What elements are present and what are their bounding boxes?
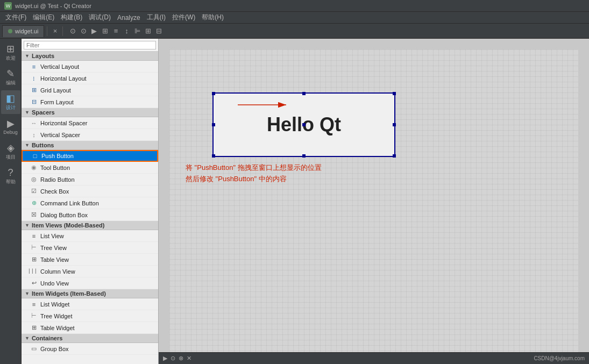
- menu-edit[interactable]: 编辑(E): [30, 13, 58, 22]
- item-views-arrow: ▼: [25, 223, 30, 228]
- sidebar-item-help[interactable]: ? 帮助: [1, 165, 20, 188]
- annotation-text: 将 "PushButton" 拖拽至窗口上想显示的位置 然后修改 "PushBu…: [186, 162, 322, 185]
- project-icon: ◈: [7, 143, 15, 153]
- menu-debug[interactable]: 调试(D): [86, 13, 114, 22]
- debug-icon: ▶: [7, 119, 15, 129]
- item-vertical-layout[interactable]: ≡ Vertical Layout: [22, 61, 158, 73]
- category-item-widgets[interactable]: ▼ Item Widgets (Item-Based): [22, 289, 158, 298]
- help-label: 帮助: [6, 179, 16, 185]
- sidebar-item-design[interactable]: ◧ 设计: [1, 90, 20, 114]
- toolbar-icon-6[interactable]: ↕: [122, 26, 131, 36]
- filter-input[interactable]: [24, 41, 156, 49]
- horizontal-layout-label: Horizontal Layout: [40, 75, 87, 82]
- widget-panel: ▼ Layouts ≡ Vertical Layout ⫶ Horizontal…: [22, 39, 159, 364]
- toolbar-icon-8[interactable]: ⊞: [143, 26, 153, 36]
- item-form-layout[interactable]: ⊟ Form Layout: [22, 96, 158, 108]
- item-tree-widget[interactable]: ⊢ Tree Widget: [22, 310, 158, 322]
- menu-build[interactable]: 构建(B): [58, 13, 86, 22]
- status-bar: ▶ ⊙ ⊗ ✕ CSDN@4jvjaum.com: [159, 352, 589, 364]
- menu-analyze[interactable]: Analyze: [114, 14, 144, 22]
- item-group-box[interactable]: ▭ Group Box: [22, 343, 158, 355]
- file-tab[interactable]: widget.ui: [2, 25, 44, 37]
- hello-text: Hello Qt: [267, 113, 341, 136]
- handle-tr: [393, 92, 396, 95]
- app-icon: W: [4, 2, 12, 10]
- sidebar-item-welcome[interactable]: ⊞ 欢迎: [1, 41, 20, 65]
- undo-view-icon: ↩: [30, 280, 38, 287]
- menu-controls[interactable]: 控件(W): [169, 13, 198, 22]
- item-list-view[interactable]: ≡ List View: [22, 230, 158, 242]
- item-list-widget[interactable]: ≡ List Widget: [22, 298, 158, 310]
- item-undo-view[interactable]: ↩ Undo View: [22, 277, 158, 289]
- form-layout-label: Form Layout: [40, 99, 74, 105]
- toolbar-icon-3[interactable]: ▶: [89, 26, 99, 36]
- toolbar-icon-5[interactable]: ≡: [111, 26, 120, 36]
- handle-tm: [302, 92, 306, 95]
- menu-file[interactable]: 文件(F): [2, 13, 30, 22]
- grid-layout-label: Grid Layout: [40, 87, 71, 94]
- tab-dot: [8, 29, 12, 33]
- sidebar-item-project[interactable]: ◈ 项目: [1, 140, 20, 163]
- menu-help[interactable]: 帮助(H): [198, 13, 227, 22]
- design-icon: ◧: [6, 94, 15, 103]
- toolbar: widget.ui × ⊙ ⊙ ▶ ⊞ ≡ ↕ ⊫ ⊞ ⊟: [0, 24, 589, 39]
- sidebar-item-edit[interactable]: ✎ 编辑: [1, 66, 20, 89]
- tree-view-icon: ⊢: [30, 244, 38, 252]
- sidebar-item-debug[interactable]: ▶ Debug: [1, 115, 20, 139]
- item-views-label: Item Views (Model-Based): [32, 222, 105, 229]
- handle-mr: [393, 123, 396, 126]
- close-tab-button[interactable]: ×: [50, 26, 60, 36]
- handle-bm: [302, 154, 306, 158]
- item-horizontal-layout[interactable]: ⫶ Horizontal Layout: [22, 73, 158, 84]
- toolbar-icon-1[interactable]: ⊙: [68, 26, 77, 36]
- buttons-label: Buttons: [32, 142, 54, 148]
- item-dialog-button-box[interactable]: ☒ Dialog Button Box: [22, 209, 158, 221]
- command-link-button-icon: ⊕: [30, 199, 38, 207]
- design-label: 设计: [6, 104, 16, 111]
- hello-widget[interactable]: Hello Qt: [212, 92, 395, 157]
- left-sidebar: ⊞ 欢迎 ✎ 编辑 ◧ 设计 ▶ Debug ◈ 项目 ? 帮助: [0, 39, 22, 364]
- project-label: 项目: [6, 154, 16, 161]
- category-item-views[interactable]: ▼ Item Views (Model-Based): [22, 221, 158, 230]
- menu-tools[interactable]: 工具(I): [144, 13, 169, 22]
- item-radio-button[interactable]: ◎ Radio Button: [22, 174, 158, 185]
- item-tree-view[interactable]: ⊢ Tree View: [22, 242, 158, 254]
- toolbar-icon-4[interactable]: ⊞: [100, 26, 110, 36]
- handle-tl: [212, 92, 215, 95]
- category-spacers[interactable]: ▼ Spacers: [22, 108, 158, 117]
- debug-label: Debug: [3, 130, 18, 135]
- vertical-layout-label: Vertical Layout: [40, 63, 79, 70]
- category-layouts[interactable]: ▼ Layouts: [22, 52, 158, 61]
- item-table-view[interactable]: ⊞ Table View: [22, 254, 158, 266]
- toolbar-separator: [47, 26, 47, 36]
- item-push-button[interactable]: □ Push Button: [22, 150, 158, 162]
- form-layout-icon: ⊟: [30, 98, 38, 106]
- status-icon-4: ✕: [187, 355, 191, 362]
- item-tool-button[interactable]: ◉ Tool Button: [22, 162, 158, 174]
- canvas-area[interactable]: Hello Qt 将 "PushButton" 拖拽至窗口上想显示的位置 然后修…: [169, 49, 578, 359]
- toolbar-icon-2[interactable]: ⊙: [79, 26, 88, 36]
- spacers-arrow: ▼: [25, 110, 30, 115]
- column-view-label: Column View: [40, 268, 75, 275]
- push-button-label: Push Button: [41, 153, 74, 159]
- widget-list: ▼ Layouts ≡ Vertical Layout ⫶ Horizontal…: [22, 52, 158, 364]
- horizontal-layout-icon: ⫶: [30, 75, 38, 82]
- toolbar-separator-2: [62, 26, 63, 36]
- toolbar-icons-group: ⊙ ⊙ ▶ ⊞ ≡ ↕ ⊫ ⊞ ⊟: [68, 26, 164, 36]
- item-check-box[interactable]: ☑ Check Box: [22, 185, 158, 197]
- list-widget-label: List Widget: [40, 301, 69, 308]
- item-table-widget[interactable]: ⊞ Table Widget: [22, 322, 158, 334]
- item-horizontal-spacer[interactable]: ↔ Horizontal Spacer: [22, 117, 158, 129]
- item-grid-layout[interactable]: ⊞ Grid Layout: [22, 84, 158, 96]
- category-containers[interactable]: ▼ Containers: [22, 334, 158, 343]
- status-icons: ▶ ⊙ ⊗ ✕: [163, 355, 191, 362]
- toolbar-icon-9[interactable]: ⊟: [154, 26, 164, 36]
- item-vertical-spacer[interactable]: ↕ Vertical Spacer: [22, 129, 158, 141]
- item-command-link-button[interactable]: ⊕ Command Link Button: [22, 197, 158, 209]
- containers-arrow: ▼: [25, 336, 30, 341]
- tool-button-label: Tool Button: [40, 165, 70, 171]
- category-buttons[interactable]: ▼ Buttons: [22, 141, 158, 150]
- item-column-view[interactable]: ▏▏▏ Column View: [22, 266, 158, 277]
- toolbar-icon-7[interactable]: ⊫: [132, 26, 142, 36]
- vertical-layout-icon: ≡: [30, 63, 38, 70]
